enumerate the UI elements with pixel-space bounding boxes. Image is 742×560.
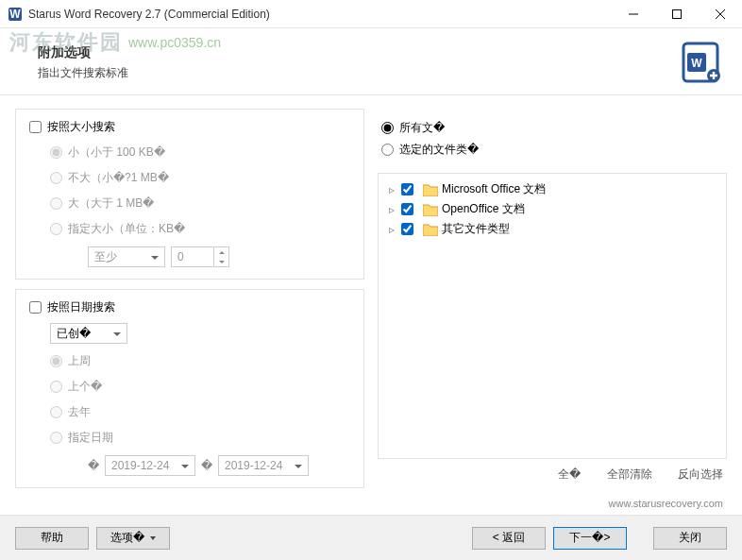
size-large-label: 大（大于 1 MB�: [68, 195, 154, 212]
size-mode-combo[interactable]: 至少: [88, 246, 165, 267]
word-icon: W: [678, 40, 723, 85]
filetype-all-label: 所有文�: [399, 120, 445, 136]
expand-icon[interactable]: ▹: [386, 183, 397, 196]
tree-check-other[interactable]: [401, 223, 413, 235]
date-search-label: 按照日期搜索: [47, 299, 115, 315]
next-button[interactable]: 下一�>: [553, 527, 627, 550]
date-search-checkbox[interactable]: [29, 301, 42, 314]
invert-link[interactable]: 反向选择: [678, 467, 723, 481]
size-medium-label: 不大（小�?1 MB�: [68, 170, 169, 186]
spin-up-icon[interactable]: [214, 247, 228, 257]
expand-icon[interactable]: ▹: [386, 223, 397, 236]
tree-check-ms[interactable]: [401, 183, 413, 195]
filetype-all-radio[interactable]: [381, 122, 394, 134]
size-search-label: 按照大小搜索: [47, 119, 115, 135]
date-custom-radio[interactable]: [50, 432, 62, 444]
tree-label-other: 其它文件类型: [442, 221, 510, 237]
folder-icon: [423, 203, 438, 216]
date-month-label: 上个�: [68, 379, 102, 395]
back-button[interactable]: < 返回: [472, 527, 546, 550]
app-icon: W: [8, 7, 23, 22]
options-button[interactable]: 选项�: [96, 527, 170, 550]
tree-item-oo[interactable]: ▹ OpenOffice 文档: [386, 199, 718, 219]
size-search-checkbox[interactable]: [29, 121, 42, 133]
date-to-combo[interactable]: 2019-12-24: [218, 455, 309, 476]
size-value-input[interactable]: [172, 250, 210, 263]
date-to-icon: �: [201, 459, 212, 472]
date-search-panel: 按照日期搜索 已创� 上周 上个� 去年: [15, 289, 364, 488]
footer-bar: 帮助 选项� < 返回 下一�> 关闭: [0, 515, 742, 560]
date-from-combo[interactable]: 2019-12-24: [105, 455, 195, 476]
date-week-radio[interactable]: [50, 355, 62, 367]
page-subtitle: 指出文件搜索标准: [38, 65, 678, 81]
maximize-button[interactable]: [655, 0, 699, 28]
filetype-selected-label: 选定的文件类�: [399, 142, 479, 158]
size-search-panel: 按照大小搜索 小（小于 100 KB� 不大（小�?1 MB� 大（大于 1 M…: [15, 109, 364, 280]
tree-check-oo[interactable]: [401, 203, 413, 215]
clear-all-link[interactable]: 全部清除: [607, 467, 652, 481]
size-medium-radio[interactable]: [50, 172, 62, 184]
tree-label-oo: OpenOffice 文档: [442, 201, 525, 217]
date-year-radio[interactable]: [50, 406, 62, 418]
filetype-selected-radio[interactable]: [381, 144, 394, 156]
window-title: Starus Word Recovery 2.7 (Commercial Edi…: [28, 8, 612, 21]
date-week-label: 上周: [68, 353, 91, 369]
size-custom-label: 指定大小（单位：KB�: [68, 221, 185, 237]
svg-rect-3: [673, 9, 682, 18]
footer-url: www.starusrecovery.com: [609, 498, 723, 509]
select-all-link[interactable]: 全�: [558, 467, 581, 481]
svg-text:W: W: [691, 57, 702, 70]
watermark-logo: 河东软件园: [9, 28, 123, 57]
watermark: 河东软件园 www.pc0359.cn: [9, 28, 221, 57]
filetype-tree: ▹ Microsoft Office 文档 ▹ OpenOffice 文档 ▹ …: [378, 173, 727, 459]
minimize-button[interactable]: [612, 0, 655, 28]
close-button[interactable]: [699, 0, 742, 28]
help-button[interactable]: 帮助: [15, 527, 89, 550]
size-large-radio[interactable]: [50, 197, 62, 210]
folder-icon: [423, 223, 438, 236]
expand-icon[interactable]: ▹: [386, 203, 397, 216]
spin-down-icon[interactable]: [214, 257, 228, 266]
size-small-radio[interactable]: [50, 146, 62, 159]
date-type-combo[interactable]: 已创�: [50, 323, 127, 344]
tree-label-ms: Microsoft Office 文档: [442, 181, 546, 197]
date-custom-label: 指定日期: [68, 430, 113, 446]
title-bar: W Starus Word Recovery 2.7 (Commercial E…: [0, 0, 742, 28]
watermark-url: www.pc0359.cn: [128, 35, 221, 50]
tree-item-other[interactable]: ▹ 其它文件类型: [386, 219, 718, 239]
size-value-spinner[interactable]: [171, 246, 229, 267]
date-from-icon: �: [88, 459, 99, 472]
size-small-label: 小（小于 100 KB�: [68, 144, 165, 161]
date-year-label: 去年: [68, 404, 91, 420]
svg-text:W: W: [9, 8, 21, 21]
tree-item-ms[interactable]: ▹ Microsoft Office 文档: [386, 179, 718, 199]
date-month-radio[interactable]: [50, 381, 62, 393]
close-dialog-button[interactable]: 关闭: [653, 527, 727, 550]
size-custom-radio[interactable]: [50, 223, 62, 235]
folder-icon: [423, 183, 438, 196]
